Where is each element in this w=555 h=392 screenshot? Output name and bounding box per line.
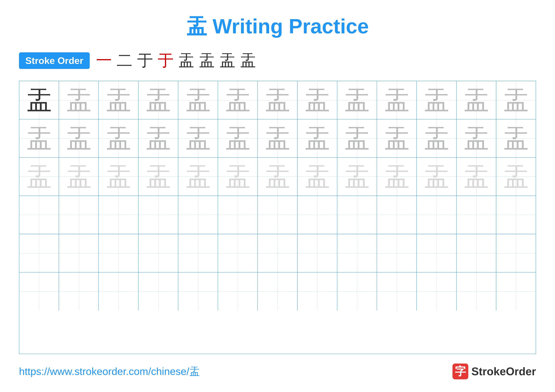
grid-cell-1-2[interactable]: 盂 (59, 81, 99, 119)
grid-cell-6-4[interactable] (139, 272, 178, 310)
grid-cell-1-11[interactable]: 盂 (417, 81, 456, 119)
practice-char: 盂 (185, 87, 211, 113)
practice-char: 盂 (344, 164, 370, 189)
grid-cell-4-3[interactable] (99, 196, 139, 234)
grid-cell-3-6[interactable]: 盂 (218, 158, 258, 196)
grid-row-5 (19, 234, 536, 272)
grid-cell-3-10[interactable]: 盂 (377, 158, 417, 196)
grid-cell-2-4[interactable]: 盂 (139, 119, 178, 157)
grid-cell-4-5[interactable] (178, 196, 218, 234)
grid-cell-2-5[interactable]: 盂 (178, 119, 218, 157)
grid-cell-1-9[interactable]: 盂 (337, 81, 377, 119)
title-char: 盂 (186, 15, 207, 38)
grid-cell-2-13[interactable]: 盂 (496, 119, 536, 157)
grid-cell-2-9[interactable]: 盂 (337, 119, 377, 157)
grid-cell-2-12[interactable]: 盂 (457, 119, 496, 157)
grid-cell-3-12[interactable]: 盂 (457, 158, 496, 196)
grid-cell-4-13[interactable] (496, 196, 536, 234)
grid-cell-2-11[interactable]: 盂 (417, 119, 456, 157)
grid-cell-6-11[interactable] (417, 272, 456, 310)
stroke-order-badge: Stroke Order (19, 52, 90, 69)
grid-cell-2-3[interactable]: 盂 (99, 119, 139, 157)
grid-cell-5-11[interactable] (417, 234, 456, 272)
grid-cell-5-3[interactable] (99, 234, 139, 272)
grid-cell-6-2[interactable] (59, 272, 99, 310)
grid-cell-1-10[interactable]: 盂 (377, 81, 417, 119)
grid-cell-4-8[interactable] (298, 196, 337, 234)
footer-url: https://www.strokeorder.com/chinese/盂 (19, 364, 200, 378)
grid-cell-5-6[interactable] (218, 234, 258, 272)
grid-cell-2-1[interactable]: 盂 (19, 119, 59, 157)
grid-cell-1-4[interactable]: 盂 (139, 81, 178, 119)
grid-cell-6-12[interactable] (457, 272, 496, 310)
grid-cell-4-12[interactable] (457, 196, 496, 234)
grid-cell-3-13[interactable]: 盂 (496, 158, 536, 196)
grid-cell-4-2[interactable] (59, 196, 99, 234)
grid-cell-6-1[interactable] (19, 272, 59, 310)
grid-cell-1-8[interactable]: 盂 (298, 81, 337, 119)
stroke-2: 二 (117, 50, 132, 71)
grid-cell-3-3[interactable]: 盂 (99, 158, 139, 196)
grid-cell-5-2[interactable] (59, 234, 99, 272)
grid-cell-4-7[interactable] (258, 196, 297, 234)
practice-char: 盂 (464, 87, 489, 113)
grid-cell-4-4[interactable] (139, 196, 178, 234)
grid-cell-3-8[interactable]: 盂 (298, 158, 337, 196)
grid-cell-5-7[interactable] (258, 234, 297, 272)
grid-cell-5-10[interactable] (377, 234, 417, 272)
grid-row-6 (19, 272, 536, 310)
strokeorder-logo-icon: 字 (453, 363, 468, 379)
grid-row-1: 盂 盂 盂 盂 盂 盂 盂 盂 盂 盂 盂 盂 盂 (19, 81, 536, 119)
practice-char: 盂 (146, 87, 171, 113)
grid-cell-1-12[interactable]: 盂 (457, 81, 496, 119)
grid-cell-6-8[interactable] (298, 272, 337, 310)
grid-cell-1-13[interactable]: 盂 (496, 81, 536, 119)
grid-cell-6-13[interactable] (496, 272, 536, 310)
grid-cell-3-4[interactable]: 盂 (139, 158, 178, 196)
grid-cell-2-2[interactable]: 盂 (59, 119, 99, 157)
grid-cell-1-7[interactable]: 盂 (258, 81, 297, 119)
grid-cell-6-10[interactable] (377, 272, 417, 310)
title-text: Writing Practice (207, 15, 369, 38)
grid-cell-5-5[interactable] (178, 234, 218, 272)
grid-cell-6-3[interactable] (99, 272, 139, 310)
grid-row-2: 盂 盂 盂 盂 盂 盂 盂 盂 盂 盂 盂 盂 盂 (19, 119, 536, 158)
grid-cell-4-9[interactable] (337, 196, 377, 234)
grid-cell-4-6[interactable] (218, 196, 258, 234)
practice-char: 盂 (265, 87, 290, 113)
footer-logo: 字 StrokeOrder (453, 363, 536, 379)
grid-cell-6-9[interactable] (337, 272, 377, 310)
grid-cell-3-9[interactable]: 盂 (337, 158, 377, 196)
grid-cell-5-13[interactable] (496, 234, 536, 272)
grid-cell-3-2[interactable]: 盂 (59, 158, 99, 196)
grid-cell-3-1[interactable]: 盂 (19, 158, 59, 196)
grid-cell-6-6[interactable] (218, 272, 258, 310)
grid-cell-5-4[interactable] (139, 234, 178, 272)
practice-char: 盂 (424, 126, 449, 151)
grid-cell-2-6[interactable]: 盂 (218, 119, 258, 157)
grid-cell-3-7[interactable]: 盂 (258, 158, 297, 196)
grid-cell-4-1[interactable] (19, 196, 59, 234)
grid-cell-1-3[interactable]: 盂 (99, 81, 139, 119)
grid-cell-2-10[interactable]: 盂 (377, 119, 417, 157)
grid-cell-6-7[interactable] (258, 272, 297, 310)
grid-cell-6-5[interactable] (178, 272, 218, 310)
practice-char: 盂 (185, 126, 211, 151)
grid-cell-5-1[interactable] (19, 234, 59, 272)
grid-cell-2-7[interactable]: 盂 (258, 119, 297, 157)
practice-char: 盂 (464, 126, 489, 151)
grid-cell-1-1[interactable]: 盂 (19, 81, 59, 119)
grid-cell-1-6[interactable]: 盂 (218, 81, 258, 119)
grid-cell-5-8[interactable] (298, 234, 337, 272)
grid-cell-2-8[interactable]: 盂 (298, 119, 337, 157)
grid-cell-5-9[interactable] (337, 234, 377, 272)
grid-cell-1-5[interactable]: 盂 (178, 81, 218, 119)
practice-char: 盂 (503, 87, 529, 113)
grid-cell-3-11[interactable]: 盂 (417, 158, 456, 196)
grid-cell-4-11[interactable] (417, 196, 456, 234)
stroke-6: 盂 (199, 50, 215, 71)
practice-char: 盂 (66, 87, 91, 113)
grid-cell-3-5[interactable]: 盂 (178, 158, 218, 196)
grid-cell-5-12[interactable] (457, 234, 496, 272)
grid-cell-4-10[interactable] (377, 196, 417, 234)
